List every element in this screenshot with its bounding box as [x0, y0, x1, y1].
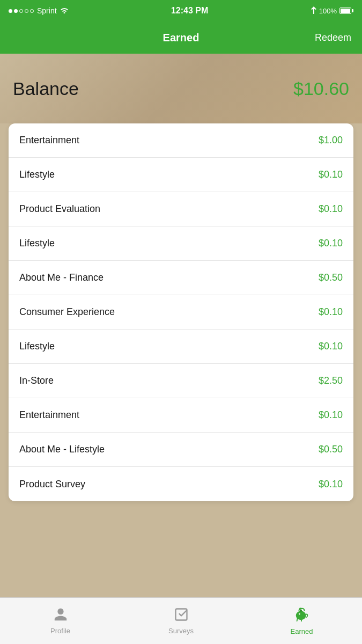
signal-dot-4 — [25, 9, 28, 13]
nav-bar: Earned Redeem — [0, 21, 362, 54]
transaction-amount: $0.10 — [319, 479, 343, 490]
table-row[interactable]: Product Evaluation $0.10 — [9, 192, 353, 226]
transaction-amount: $0.10 — [319, 169, 343, 180]
battery-icon — [339, 8, 353, 14]
surveys-icon — [174, 607, 189, 624]
tab-bar: Profile Surveys Earned — [0, 597, 362, 644]
signal-dot-3 — [19, 9, 23, 13]
redeem-button[interactable]: Redeem — [315, 32, 351, 43]
table-row[interactable]: In-Store $2.50 — [9, 364, 353, 398]
status-bar: Sprint 12:43 PM 100% — [0, 0, 362, 21]
signal-dot-1 — [9, 9, 12, 13]
transaction-amount: $1.00 — [319, 135, 343, 146]
tab-profile[interactable]: Profile — [0, 607, 121, 635]
signal-dots — [9, 9, 34, 13]
signal-dot-5 — [30, 9, 34, 13]
transaction-scroll-area: Entertainment $1.00 Lifestyle $0.10 Prod… — [9, 123, 353, 501]
status-time: 12:43 PM — [171, 6, 208, 16]
transaction-amount: $2.50 — [319, 375, 343, 386]
status-left: Sprint — [9, 6, 69, 15]
balance-label: Balance — [13, 78, 79, 99]
table-row[interactable]: Consumer Experience $0.10 — [9, 295, 353, 330]
transaction-label: Lifestyle — [19, 169, 55, 180]
table-row[interactable]: Entertainment $0.10 — [9, 398, 353, 433]
transaction-label: About Me - Lifestyle — [19, 444, 105, 455]
table-row[interactable]: Lifestyle $0.10 — [9, 330, 353, 364]
table-row[interactable]: About Me - Lifestyle $0.50 — [9, 433, 353, 467]
transaction-label: About Me - Finance — [19, 272, 104, 283]
svg-rect-0 — [175, 609, 187, 620]
transaction-label: Entertainment — [19, 135, 79, 146]
tab-surveys-label: Surveys — [168, 627, 194, 635]
transaction-label: Consumer Experience — [19, 306, 115, 318]
signal-dot-2 — [14, 9, 18, 13]
transaction-amount: $0.10 — [319, 203, 343, 215]
transaction-label: In-Store — [19, 375, 54, 386]
table-row[interactable]: Product Survey $0.10 — [9, 467, 353, 501]
table-row[interactable]: Lifestyle $0.10 — [9, 226, 353, 261]
transaction-label: Product Survey — [19, 479, 85, 490]
svg-point-2 — [298, 613, 300, 615]
svg-rect-3 — [299, 608, 301, 610]
table-row[interactable]: Entertainment $1.00 — [9, 123, 353, 158]
tab-surveys[interactable]: Surveys — [121, 607, 241, 635]
transaction-label: Lifestyle — [19, 341, 55, 352]
nav-title: Earned — [163, 32, 200, 44]
transaction-amount: $0.10 — [319, 238, 343, 249]
piggy-bank-icon — [294, 606, 310, 625]
transaction-label: Lifestyle — [19, 238, 55, 249]
wifi-icon — [60, 6, 69, 15]
carrier-name: Sprint — [37, 6, 57, 15]
profile-icon — [53, 607, 68, 624]
transaction-amount: $0.10 — [319, 409, 343, 421]
balance-area: Balance $10.60 — [0, 54, 362, 123]
transaction-amount: $0.50 — [319, 444, 343, 455]
transaction-amount: $0.10 — [319, 341, 343, 352]
status-right: 100% — [311, 6, 353, 16]
balance-amount: $10.60 — [293, 78, 349, 99]
transaction-label: Entertainment — [19, 409, 79, 421]
tab-earned-label: Earned — [291, 627, 313, 635]
transaction-label: Product Evaluation — [19, 203, 100, 215]
battery-percent: 100% — [319, 7, 337, 15]
transaction-list-card: Entertainment $1.00 Lifestyle $0.10 Prod… — [9, 123, 353, 501]
transaction-amount: $0.50 — [319, 272, 343, 283]
svg-rect-4 — [300, 610, 302, 612]
transaction-amount: $0.10 — [319, 306, 343, 318]
table-row[interactable]: About Me - Finance $0.50 — [9, 261, 353, 295]
table-row[interactable]: Lifestyle $0.10 — [9, 158, 353, 192]
tab-profile-label: Profile — [50, 627, 70, 635]
location-icon — [311, 6, 316, 16]
tab-earned[interactable]: Earned — [241, 606, 362, 635]
